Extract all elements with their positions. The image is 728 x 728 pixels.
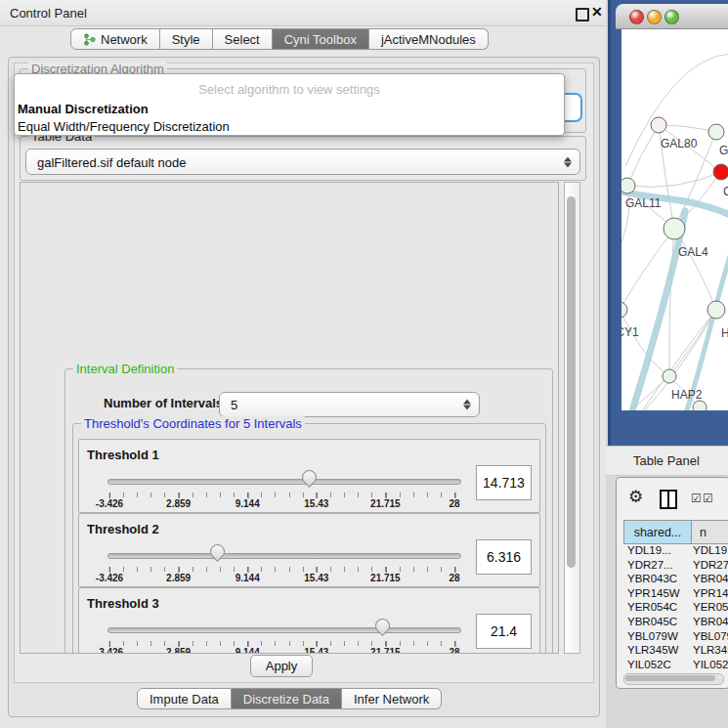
settings-scrollbar-thumb[interactable] [567,196,576,568]
network-node-label: GAL11 [625,196,662,210]
tick-label: 9.144 [236,573,260,583]
network-node[interactable] [651,117,666,133]
network-node-label: GA [719,144,728,157]
split-columns-icon[interactable] [660,490,677,509]
settings-scrollbar[interactable] [564,182,580,654]
apply-button[interactable]: Apply [250,655,313,677]
tab-discretize-data[interactable]: Discretize Data [232,688,342,709]
tick-label: 28 [449,573,459,583]
table-row[interactable]: YIL052C YIL052C [623,659,728,672]
checkbox-icon[interactable]: ☑ [691,492,702,505]
network-node-label: HAP2 [671,388,703,402]
tab-label: Network [101,32,148,47]
float-window-icon[interactable] [576,8,589,21]
table-row[interactable]: YBL079W YBL079W [623,630,728,645]
tab-select[interactable]: Select [213,28,273,50]
tab-label: Discretize Data [243,692,329,707]
network-node-label: GCY1 [621,325,639,339]
network-window-titlebar[interactable] [616,4,728,29]
network-node[interactable] [693,401,707,410]
network-node-label: H [721,326,728,340]
threshold-label: Threshold 2 [87,522,159,536]
network-node[interactable] [707,301,725,319]
interval-definition-group-label: Interval Definition [73,362,177,376]
number-of-intervals-value: 5 [231,398,237,412]
tab-label: Impute Data [150,692,219,707]
slider-tick-labels: -3.4262.8599.14415.4321.71528 [79,645,539,654]
table-row[interactable]: YPR145W YPR145W [623,587,728,602]
tab-label: jActiveMNodules [381,32,476,47]
algorithm-dropdown-popup: Select algorithm to view settings Manual… [14,73,565,136]
network-node[interactable] [713,164,728,180]
tab-impute-data[interactable]: Impute Data [137,688,232,709]
table-row[interactable]: YER054C YER054C [623,601,728,616]
threshold-value-field[interactable]: 6.316 [476,539,532,575]
number-of-intervals-label: Number of Intervals [104,396,223,410]
table-row[interactable]: YBR043C YBR043C [623,573,728,587]
slider-track[interactable] [107,553,461,559]
threshold-panel: Threshold 3 -3.4262.8599.14415.4321.7152… [78,587,540,654]
table-row[interactable]: YBR045C YBR045C [623,616,728,630]
control-panel: Control Panel ✕ Network Style Select Cyn… [0,0,607,728]
checkbox-icon[interactable]: ☑ [703,492,713,505]
table-panel: ⚙ ☑ ☑ shared... n YDL19... YDL19 YDR27..… [616,477,728,689]
tab-style[interactable]: Style [160,28,213,50]
network-node-label: GAL4 [678,245,708,259]
tick-label: -3.426 [96,647,123,654]
network-canvas-svg: GAL80GACGAL11GAL4GCY1HHAP2 [621,29,728,410]
tab-network[interactable]: Network [70,28,160,50]
tab-jactivemnodules[interactable]: jActiveMNodules [369,28,489,50]
network-node-label: GAL80 [661,137,698,150]
close-icon[interactable]: ✕ [591,4,603,20]
threshold-value-field[interactable]: 21.4 [476,614,532,649]
minimize-traffic-light[interactable] [647,10,662,24]
column-header-name[interactable]: n [691,520,728,544]
network-node[interactable] [621,302,627,318]
tick-label: 21.715 [370,573,401,583]
tab-label: Select [225,32,260,47]
table-row[interactable]: YDL19... YDL19 [623,544,728,559]
tick-label: 21.715 [370,498,401,509]
table-hscrollbar-thumb[interactable] [625,675,715,681]
zoom-traffic-light[interactable] [664,10,679,24]
tab-infer-network[interactable]: Infer Network [342,688,442,709]
network-node[interactable] [708,124,724,140]
threshold-value-field[interactable]: 14.713 [476,465,532,500]
panel-title: Control Panel [10,6,87,21]
tick-label: -3.426 [96,573,123,583]
tick-label: 2.859 [166,498,191,509]
close-traffic-light[interactable] [629,10,644,24]
stepper-arrows-icon [463,400,471,410]
slider-tick-labels: -3.4262.8599.14415.4321.71528 [79,571,539,583]
table-data-combo-value: galFiltered.sif default node [37,154,186,169]
table-horizontal-scrollbar[interactable] [623,673,724,685]
table-row[interactable]: YDR27... YDR27 [623,559,728,574]
table-panel-titlebar: Table Panel [606,446,728,476]
slider-track[interactable] [107,479,461,485]
tick-label: 15.43 [304,573,328,583]
tab-bar: Network Style Select Cyni Toolbox jActiv… [70,28,489,50]
algorithm-option[interactable]: Manual Discretization [18,102,149,116]
network-icon [83,33,96,46]
network-node[interactable] [663,369,676,383]
algorithm-option[interactable]: Equal Width/Frequency Discretization [18,119,230,134]
tick-label: 15.43 [304,647,328,654]
column-header-shared-name[interactable]: shared... [623,520,692,544]
application-root: Control Panel ✕ Network Style Select Cyn… [0,0,728,728]
network-node[interactable] [621,178,635,193]
table-panel-title: Table Panel [633,453,700,468]
table-row[interactable]: YLR345W YLR345W [623,644,728,659]
tab-cyni-toolbox[interactable]: Cyni Toolbox [273,28,369,50]
number-of-intervals-combo[interactable]: 5 [219,392,480,417]
settings-viewport: Interval Definition Number of Intervals … [20,182,559,654]
tick-label: 2.859 [166,573,191,583]
table-data-combo[interactable]: galFiltered.sif default node [25,149,580,175]
tick-label: 15.43 [304,498,328,509]
network-canvas[interactable]: GAL80GACGAL11GAL4GCY1HHAP2 [621,29,728,410]
network-node[interactable] [664,218,685,239]
gear-icon[interactable]: ⚙ [628,487,643,507]
table-rows: YDL19... YDL19 YDR27... YDR27 YBR043C YB… [623,544,728,672]
slider-track[interactable] [107,627,461,633]
threshold-panel: Threshold 2 -3.4262.8599.14415.4321.7152… [78,513,540,587]
tick-label: -3.426 [96,498,123,509]
